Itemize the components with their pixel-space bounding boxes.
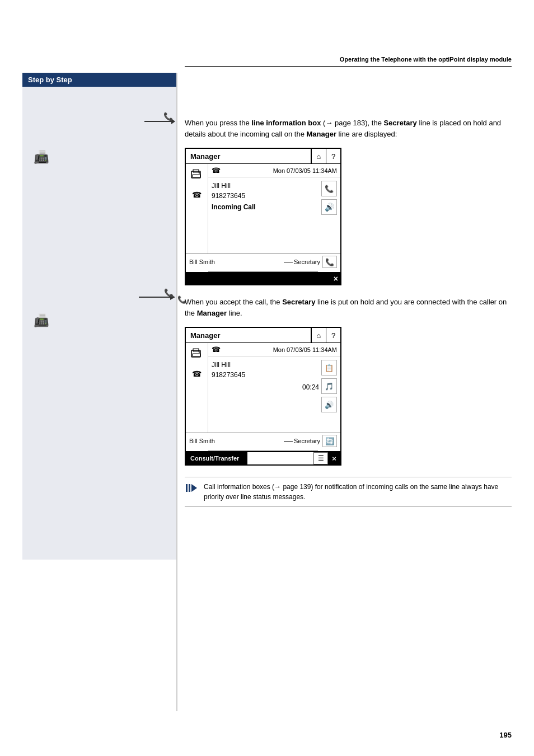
fax-icon-2: 📠 [34, 313, 49, 328]
screen2-body: ☎ ☎ Mon 07/03/05 11:34AM Jill Hill 91827… [186, 343, 340, 433]
svg-marker-14 [191, 484, 197, 492]
desc2-part1: When you accept the call, the [185, 298, 282, 306]
screen2-icon-music[interactable]: 🎵 [321, 378, 337, 394]
connector-line-1 [284, 262, 293, 262]
screen1-datetime: Mon 07/03/05 11:34AM [273, 167, 337, 174]
page-number: 195 [499, 731, 512, 739]
desc1-part4: line are displayed: [336, 130, 397, 138]
section1-desc: When you press the line information box … [185, 118, 512, 139]
screen1-question-icon[interactable]: ? [326, 149, 340, 163]
screen2-datetime-row: ☎ Mon 07/03/05 11:34AM [208, 343, 340, 356]
header-title: Operating the Telephone with the optiPoi… [185, 56, 512, 63]
screen1-secretary: Secretary [294, 259, 320, 265]
page: Operating the Telephone with the optiPoi… [0, 0, 534, 756]
screen2-fax-icon [191, 348, 203, 361]
screen2-datetime: Mon 07/03/05 11:34AM [273, 346, 337, 353]
screen2-bill-smith: Bill Smith [189, 438, 284, 444]
screen1-title: Manager [186, 151, 311, 162]
screen2-bottom-icon[interactable]: 🔄 [322, 435, 337, 447]
phone-icon-arrow2: 📞 [164, 288, 174, 297]
screen2-secretary: Secretary [294, 438, 320, 444]
screen2-bottom-row: Bill Smith Secretary 🔄 [186, 433, 340, 449]
svg-rect-6 [193, 175, 200, 177]
left-divider [176, 73, 177, 711]
screen2-info-text: Jill Hill 918273645 00:24 [212, 360, 321, 429]
screen2-timer: 00:24 [212, 382, 321, 392]
screen1-phone-handset: ☎ [212, 166, 221, 175]
screen1-caller-name: Jill Hill [212, 181, 321, 191]
footer-x-icon[interactable]: × [328, 452, 340, 464]
fax-icon-1: 📠 [34, 150, 49, 165]
svg-point-11 [198, 351, 199, 353]
screen1-right-col: ☎ Mon 07/03/05 11:34AM Jill Hill 9182736… [208, 164, 340, 253]
screen1-x-icon[interactable]: × [334, 274, 338, 283]
screen2-info-icons: 📋 🎵 🔊 [321, 360, 337, 429]
screen2-handset-icon: ☎ [212, 345, 221, 354]
svg-rect-13 [189, 484, 190, 492]
screen1-fax-icon [191, 169, 203, 182]
screen1-bill-smith: Bill Smith [189, 259, 284, 265]
screen2-phone-icon: ☎ [192, 369, 202, 378]
screen2-icon-audio[interactable]: 🔊 [321, 397, 337, 412]
phone-screen-1: Manager ⌂ ? [185, 148, 341, 285]
desc1-part2: (→ page 183), the [321, 119, 383, 127]
screen1-icon-audio[interactable]: 🔊 [321, 199, 337, 215]
arrow-icon-2: 📞 [139, 292, 186, 304]
desc2-bold2: Manager [197, 309, 227, 317]
screen1-footer: × [186, 272, 340, 284]
screen1-info-text: Jill Hill 918273645 Incoming Call [212, 181, 321, 250]
main-content: When you press the line information box … [185, 73, 512, 507]
screen1-left-col: ☎ [186, 164, 208, 253]
screen1-home-icon[interactable]: ⌂ [311, 149, 326, 163]
connector-line-2 [284, 441, 293, 442]
note-text: Call information boxes (→ page 139) for … [204, 482, 512, 502]
desc1-bold3: Manager [307, 130, 336, 138]
phone-icon-arrow1: 📞 [163, 112, 173, 121]
screen2-header-icons: ⌂ ? [311, 328, 340, 342]
screen1-bottom-phone-icon[interactable]: 📞 [322, 256, 337, 268]
svg-point-7 [198, 172, 199, 173]
screen1-datetime-row: ☎ Mon 07/03/05 11:34AM [208, 164, 340, 177]
screen1-header: Manager ⌂ ? [186, 149, 340, 164]
screen2-header: Manager ⌂ ? [186, 328, 340, 343]
screen1-info-area: Jill Hill 918273645 Incoming Call 📞 🔊 [208, 177, 340, 253]
screen1-icon-phone[interactable]: 📞 [321, 181, 337, 196]
section2-desc: When you accept the call, the Secretary … [185, 297, 512, 318]
step-by-step-header: Step by Step [22, 73, 176, 87]
screen2-caller-name: Jill Hill [212, 360, 321, 370]
screen1-info-icons: 📞 🔊 [321, 181, 337, 250]
phone-screen-2: Manager ⌂ ? [185, 327, 341, 466]
screen1-bottom-row: Bill Smith Secretary 📞 [186, 253, 340, 270]
screen1-header-icons: ⌂ ? [311, 149, 340, 163]
desc1-bold2: Secretary [383, 119, 416, 127]
desc2-bold1: Secretary [282, 298, 315, 306]
note-box: Call information boxes (→ page 139) for … [185, 477, 512, 507]
screen2-caller-number: 918273645 [212, 370, 321, 380]
screen1-caller-number: 918273645 [212, 191, 321, 201]
screen2-title: Manager [186, 330, 310, 341]
desc2-part3: line. [227, 309, 242, 317]
screen2-info-area: Jill Hill 918273645 00:24 📋 🎵 🔊 [208, 356, 340, 433]
consult-transfer-button[interactable]: Consult/Transfer [186, 452, 247, 464]
note-icon [185, 482, 198, 499]
screen2-footer: Consult/Transfer ☰ × [186, 451, 340, 464]
screen2-right-col: ☎ Mon 07/03/05 11:34AM Jill Hill 9182736… [208, 343, 340, 433]
screen2-icon-contacts[interactable]: 📋 [321, 360, 337, 375]
footer-list-icon[interactable]: ☰ [313, 452, 328, 464]
footer-icons: ☰ × [313, 452, 340, 464]
screen1-status: Incoming Call [212, 202, 321, 212]
screen2-home-icon[interactable]: ⌂ [311, 328, 326, 342]
screen1-phone-icon: ☎ [192, 190, 202, 199]
desc1-bold1: line information box [251, 119, 321, 127]
screen2-question-icon[interactable]: ? [326, 328, 340, 342]
svg-rect-10 [193, 354, 200, 356]
screen2-left-col: ☎ [186, 343, 208, 433]
screen1-body: ☎ ☎ Mon 07/03/05 11:34AM Jill Hill 91827… [186, 164, 340, 253]
header-rule [185, 66, 512, 67]
svg-rect-12 [186, 484, 188, 492]
desc1-part1: When you press the [185, 119, 251, 127]
